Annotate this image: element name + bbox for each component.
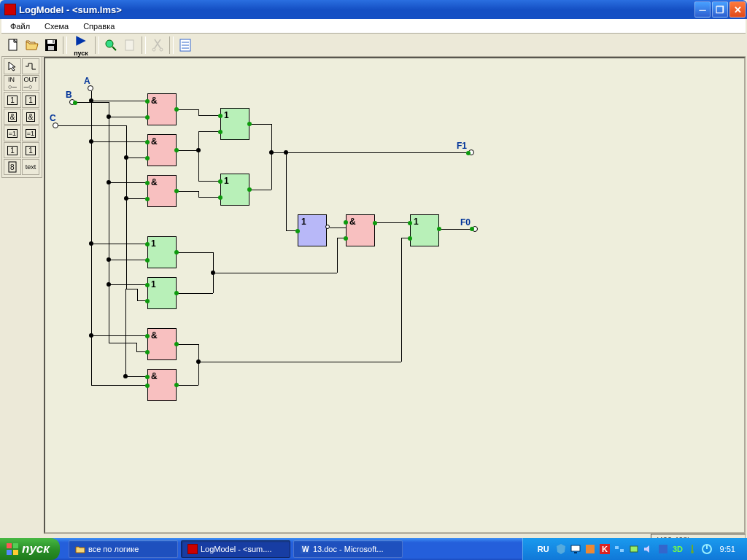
label-B: B	[66, 90, 72, 100]
svg-rect-4	[53, 40, 54, 43]
svg-rect-24	[586, 545, 595, 553]
tray-qt-icon[interactable]	[701, 543, 713, 555]
and-tool[interactable]: &	[4, 109, 21, 125]
gate-or-1[interactable]: 1	[147, 236, 177, 268]
gate-and-6[interactable]: &	[346, 214, 375, 246]
toolbar: пуск	[1, 34, 746, 57]
wire	[91, 335, 147, 336]
not-tool[interactable]: 1	[4, 92, 21, 108]
wire	[91, 385, 147, 386]
gate-or-3[interactable]: 1	[220, 108, 249, 140]
open-button[interactable]	[23, 36, 41, 54]
svg-rect-35	[706, 545, 708, 549]
window-title: LogModel - <sum.lms>	[19, 4, 694, 15]
port-A[interactable]	[88, 85, 93, 91]
zoom-button[interactable]	[102, 36, 120, 54]
svg-text:W: W	[302, 545, 309, 553]
tray-usb-icon[interactable]	[686, 543, 698, 555]
task-logmodel[interactable]: LogModel - <sum....	[181, 540, 290, 558]
tray-device-icon[interactable]	[628, 543, 640, 555]
gate-or-4[interactable]: 1	[220, 174, 249, 206]
label-A: A	[84, 76, 90, 86]
wire	[91, 91, 92, 385]
svg-text:K: K	[602, 545, 608, 553]
taskbar: пуск все по логике LogModel - <sum.... W…	[0, 538, 747, 560]
wire-tool[interactable]	[22, 58, 39, 74]
maximize-button[interactable]: ❐	[712, 1, 728, 18]
gate-and-3[interactable]: &	[147, 175, 177, 207]
or-tool[interactable]: 1	[4, 142, 21, 158]
gate-or-5[interactable]: 1	[410, 214, 439, 246]
svg-rect-16	[7, 543, 12, 548]
task-word[interactable]: W 13.doc - Microsoft...	[293, 540, 403, 558]
gate-not-1[interactable]: 1	[298, 214, 327, 246]
tray-gfx-icon[interactable]	[657, 543, 669, 555]
menu-help[interactable]: Справка	[77, 20, 120, 32]
xnor-tool[interactable]: =1	[22, 125, 39, 141]
lang-indicator[interactable]: RU	[535, 545, 552, 553]
canvas-frame: A B C F1 F0 & & & 1 1 & & 1 1 1	[44, 57, 746, 534]
gate-and-4[interactable]: &	[147, 328, 177, 360]
svg-point-8	[152, 48, 155, 51]
tray-network-icon[interactable]	[614, 543, 625, 555]
wire	[109, 182, 147, 183]
text-tool[interactable]: text	[22, 159, 39, 175]
clock[interactable]: 9:51	[716, 545, 740, 553]
svg-rect-27	[615, 546, 619, 549]
svg-rect-17	[13, 543, 18, 548]
gate-and-5[interactable]: &	[147, 369, 177, 401]
svg-text:3D: 3D	[673, 545, 683, 553]
list-button[interactable]	[177, 36, 194, 54]
tray-shield-icon[interactable]	[555, 543, 567, 555]
wire	[109, 117, 147, 117]
menu-file[interactable]: Файл	[4, 20, 36, 32]
start-button[interactable]: пуск	[0, 538, 60, 560]
wire	[91, 244, 147, 244]
minimize-button[interactable]: ─	[694, 1, 711, 18]
svg-rect-30	[659, 545, 667, 553]
wire	[126, 198, 147, 199]
gate-and-1[interactable]: &	[147, 93, 177, 125]
nor-tool[interactable]: 1	[22, 142, 39, 158]
wire	[91, 141, 147, 142]
tray-k-icon[interactable]: K	[599, 543, 611, 555]
svg-rect-19	[13, 550, 18, 555]
svg-line-6	[112, 47, 116, 50]
nand-tool[interactable]: &	[22, 109, 39, 125]
out-tool[interactable]: OUT─○	[22, 75, 39, 91]
buf-tool[interactable]: 1	[22, 92, 39, 108]
menu-scheme[interactable]: Схема	[39, 20, 74, 32]
gate-and-2[interactable]: &	[147, 134, 177, 166]
xor-tool[interactable]: =1	[4, 125, 21, 141]
canvas[interactable]: A B C F1 F0 & & & 1 1 & & 1 1 1	[45, 58, 744, 532]
run-button[interactable]: пуск	[70, 36, 92, 54]
tool-palette: IN○─ OUT─○ 1 1 & & =1 =1 1 1 8 text	[1, 57, 42, 178]
tray-gfx2-icon[interactable]: 3D	[672, 543, 684, 555]
wire	[109, 343, 136, 343]
new-button[interactable]	[4, 36, 22, 54]
wire	[126, 158, 147, 158]
tray-monitor-icon[interactable]	[570, 543, 581, 555]
select-tool[interactable]	[4, 58, 21, 74]
port-C[interactable]	[53, 122, 58, 128]
svg-text:8: 8	[10, 163, 15, 171]
task-folder[interactable]: все по логике	[69, 540, 178, 558]
tray-app-icon[interactable]	[584, 543, 596, 555]
cut-button	[149, 36, 166, 54]
svg-rect-3	[48, 46, 54, 50]
not-bubble	[325, 225, 330, 229]
wire	[109, 260, 147, 260]
wire	[91, 101, 147, 101]
wire	[109, 102, 109, 343]
display-tool[interactable]: 8	[4, 159, 21, 175]
close-button[interactable]: ✕	[729, 1, 746, 18]
in-tool[interactable]: IN○─	[4, 75, 21, 91]
save-button[interactable]	[42, 36, 60, 54]
svg-rect-29	[630, 546, 638, 552]
workarea: IN○─ OUT─○ 1 1 & & =1 =1 1 1 8 text A	[1, 57, 746, 547]
svg-point-9	[160, 48, 163, 51]
label-F1: F1	[457, 141, 467, 151]
svg-rect-7	[125, 40, 133, 50]
gate-or-2[interactable]: 1	[147, 277, 177, 309]
tray-volume-icon[interactable]	[643, 543, 654, 555]
